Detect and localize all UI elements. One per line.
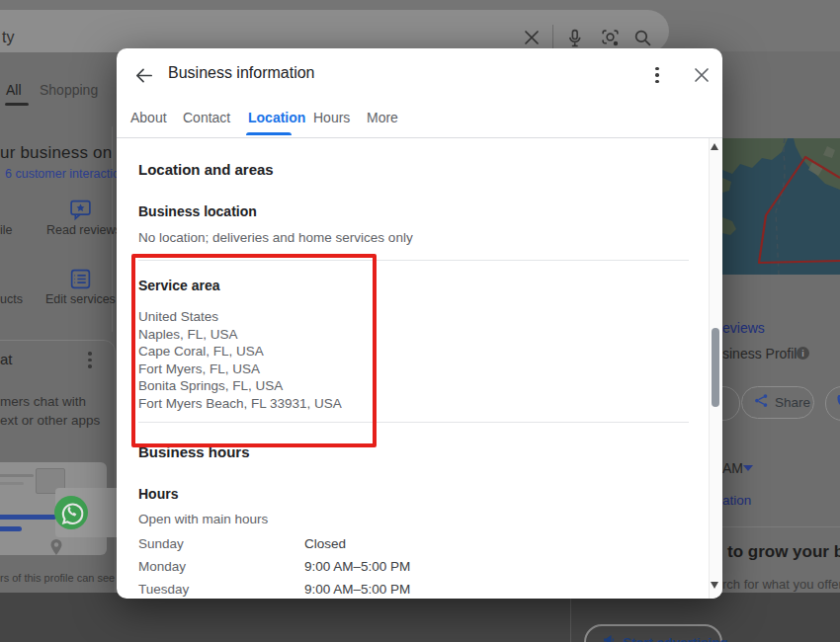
business-profile-label-fragment: siness Profile (722, 346, 804, 361)
scrollbar-down-icon[interactable] (711, 582, 718, 589)
grow-business-heading-fragment: to grow your bu (727, 542, 840, 562)
lens-icon[interactable] (599, 27, 621, 48)
hours-dropdown-arrow-icon[interactable] (743, 465, 753, 471)
illustration-line (0, 474, 34, 477)
start-advertising-label: Start advertising (623, 635, 728, 642)
service-area-item: Fort Myers Beach, FL 33931, USA (138, 395, 342, 413)
hours-row-day: Sunday (138, 536, 184, 551)
chat-card-line2-fragment: ext or other apps (0, 413, 100, 428)
tab-contact[interactable]: Contact (183, 110, 230, 125)
search-icon[interactable] (632, 28, 652, 47)
chat-card-title-fragment: at (0, 351, 13, 367)
profile-visibility-footnote-fragment: rs of this profile can see t (0, 572, 121, 584)
service-area-label: Service area (138, 278, 220, 293)
scrollbar-up-icon[interactable] (711, 143, 718, 150)
whatsapp-icon (53, 495, 89, 534)
read-reviews-label[interactable]: Read reviews (46, 223, 122, 237)
scrollbar-thumb[interactable] (712, 328, 719, 407)
read-reviews-icon[interactable] (67, 197, 93, 222)
clear-search-icon[interactable] (522, 28, 542, 47)
service-area-item: Fort Myers, FL, USA (138, 361, 260, 378)
edit-products-label-fragment[interactable]: ucts (0, 292, 23, 306)
hours-row-time: 9:00 AM–5:00 PM (304, 582, 410, 597)
active-tab-underline (246, 132, 292, 135)
edit-services-icon[interactable] (67, 266, 93, 291)
screen: ty All Shopping ur (0, 0, 840, 642)
phone-icon (835, 395, 840, 414)
results-tab-all-underline (5, 103, 29, 106)
illustration-line (0, 482, 24, 485)
section-divider (138, 260, 689, 261)
service-area-item: Bonita Springs, FL, USA (138, 377, 283, 395)
search-query-text: ty (2, 29, 14, 46)
hours-status: Open with main hours (138, 512, 268, 526)
chat-card-kebab-icon[interactable] (88, 352, 92, 368)
business-hours-heading: Business hours (138, 443, 250, 460)
tab-more[interactable]: More (367, 110, 398, 125)
chat-message-bar (0, 526, 22, 531)
share-icon (754, 393, 769, 412)
reviews-link-fragment[interactable]: eviews (722, 320, 765, 336)
business-panel-heading: ur business on (0, 143, 112, 163)
chat-message-bar (0, 515, 56, 520)
hours-row-time: Closed (304, 536, 346, 551)
grow-business-subtext-fragment: rch for what you offer (722, 577, 840, 592)
hours-row-day: Tuesday (138, 582, 189, 597)
section-divider (138, 422, 689, 423)
hours-row-time: 9:00 AM–5:00 PM (304, 559, 410, 574)
edit-profile-label-fragment[interactable]: ile (0, 223, 13, 237)
business-location-value: No location; deliveries and home service… (138, 230, 413, 245)
dialog-title: Business information (168, 64, 315, 82)
results-tab-shopping[interactable]: Shopping (40, 82, 98, 98)
dialog-kebab-menu-icon[interactable] (652, 65, 662, 85)
edit-services-label[interactable]: Edit services (45, 292, 116, 306)
share-button-label: Share (775, 395, 810, 410)
results-tab-all[interactable]: All (6, 82, 22, 98)
back-arrow-icon[interactable] (129, 61, 157, 89)
chat-card-line1-fragment: mers chat with (0, 394, 86, 409)
location-and-areas-heading: Location and areas (138, 161, 274, 178)
column-divider (570, 593, 571, 642)
start-advertising-button[interactable]: Start advertising (584, 624, 722, 642)
call-button[interactable] (825, 386, 840, 421)
service-area-map[interactable] (722, 138, 840, 275)
map-pin-illustration (49, 538, 63, 560)
searchbar-divider (552, 25, 553, 50)
tab-location[interactable]: Location (248, 110, 305, 125)
service-area-item: United States (138, 308, 218, 326)
location-link-fragment[interactable]: ation (722, 493, 751, 508)
hours-row-day: Monday (138, 559, 186, 574)
hours-label: Hours (138, 486, 178, 502)
share-button[interactable]: Share (741, 386, 814, 419)
header-divider (117, 137, 722, 138)
customer-interactions-link[interactable]: 6 customer interactions (5, 167, 132, 181)
business-information-dialog: Business information About Contact Locat… (117, 48, 722, 599)
microphone-icon[interactable] (564, 28, 584, 47)
megaphone-icon (602, 633, 616, 642)
service-area-item: Naples, FL, USA (138, 326, 238, 344)
sidebar-divider (722, 526, 840, 527)
service-area-item: Cape Coral, FL, USA (138, 343, 264, 361)
info-icon[interactable]: i (797, 347, 809, 360)
opening-hours-fragment[interactable]: AM (722, 460, 743, 476)
tab-hours[interactable]: Hours (313, 110, 350, 125)
tab-about[interactable]: About (130, 110, 167, 125)
business-location-label: Business location (138, 203, 257, 219)
close-icon[interactable] (690, 63, 714, 87)
